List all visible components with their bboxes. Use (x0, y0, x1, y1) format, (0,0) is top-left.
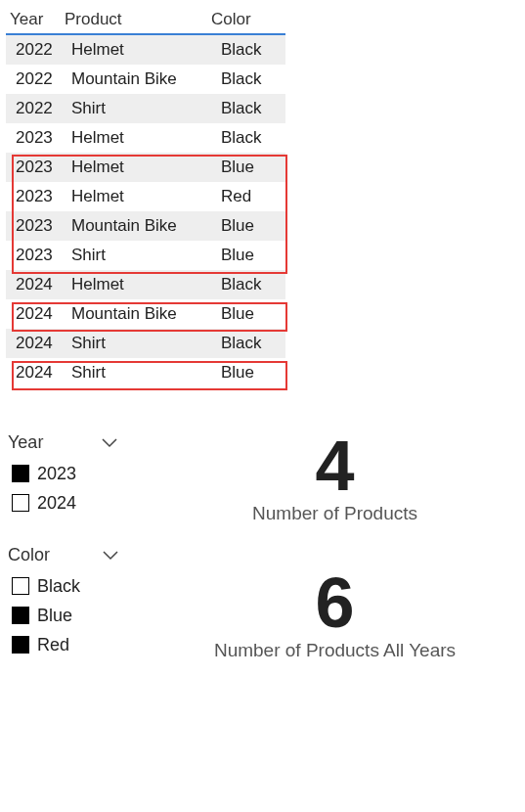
table-row[interactable]: 2023Mountain BikeBlue (6, 211, 285, 241)
table-row[interactable]: 2023ShirtBlue (6, 241, 285, 270)
card-number-of-products-all-years: 6 Number of Products All Years (214, 567, 456, 661)
cell-product: Shirt (71, 329, 221, 358)
cell-product: Helmet (71, 35, 221, 65)
table-row[interactable]: 2024ShirtBlack (6, 329, 285, 358)
card-label: Number of Products All Years (214, 640, 456, 661)
header-product[interactable]: Product (65, 6, 211, 33)
slicer-item-label: Blue (37, 606, 72, 626)
cell-product: Shirt (71, 358, 221, 387)
cell-color: Blue (221, 153, 280, 182)
cell-product: Helmet (71, 123, 221, 153)
table-row[interactable]: 2023HelmetBlack (6, 123, 285, 153)
cell-year: 2024 (16, 270, 71, 299)
cell-year: 2023 (16, 123, 71, 153)
cell-color: Black (221, 270, 280, 299)
chevron-down-icon[interactable] (102, 438, 117, 448)
cell-year: 2023 (16, 241, 71, 270)
data-table: Year Product Color 2022HelmetBlack2022Mo… (6, 6, 285, 387)
checkbox-icon[interactable] (12, 607, 29, 624)
slicer-item[interactable]: 2024 (12, 488, 164, 518)
cell-product: Helmet (71, 270, 221, 299)
cell-year: 2022 (16, 65, 71, 94)
slicer-color-items: BlackBlueRed (8, 571, 164, 659)
cell-color: Black (221, 329, 280, 358)
cell-color: Red (221, 182, 280, 211)
cell-year: 2023 (16, 211, 71, 241)
table-row[interactable]: 2024HelmetBlack (6, 270, 285, 299)
cell-year: 2023 (16, 153, 71, 182)
card-value: 4 (252, 430, 417, 501)
slicer-item[interactable]: 2023 (12, 459, 164, 488)
slicer-item-label: Red (37, 635, 69, 655)
slicer-item[interactable]: Blue (12, 601, 164, 630)
slicer-year-title[interactable]: Year (8, 432, 164, 453)
table-header-row: Year Product Color (6, 6, 285, 35)
cell-product: Shirt (71, 241, 221, 270)
cell-product: Mountain Bike (71, 211, 221, 241)
checkbox-icon[interactable] (12, 636, 29, 654)
slicer-item[interactable]: Red (12, 630, 164, 659)
cell-product: Mountain Bike (71, 299, 221, 329)
table-row[interactable]: 2022ShirtBlack (6, 94, 285, 123)
slicer-year-items: 20232024 (8, 459, 164, 518)
table-row[interactable]: 2023HelmetRed (6, 182, 285, 211)
header-year[interactable]: Year (10, 6, 65, 33)
table-row[interactable]: 2023HelmetBlue (6, 153, 285, 182)
cell-color: Blue (221, 358, 280, 387)
table-body: 2022HelmetBlack2022Mountain BikeBlack202… (6, 35, 285, 387)
cell-year: 2022 (16, 94, 71, 123)
cell-product: Shirt (71, 94, 221, 123)
cell-color: Blue (221, 299, 280, 329)
table-row[interactable]: 2022Mountain BikeBlack (6, 65, 285, 94)
cell-color: Blue (221, 211, 280, 241)
checkbox-icon[interactable] (12, 465, 29, 482)
table-row[interactable]: 2022HelmetBlack (6, 35, 285, 65)
card-number-of-products: 4 Number of Products (252, 430, 417, 524)
card-label: Number of Products (252, 503, 417, 524)
header-color[interactable]: Color (211, 6, 270, 33)
cell-year: 2024 (16, 329, 71, 358)
slicer-item-label: 2023 (37, 464, 76, 484)
card-value: 6 (214, 567, 456, 638)
cell-year: 2023 (16, 182, 71, 211)
cell-product: Helmet (71, 182, 221, 211)
slicer-item-label: Black (37, 576, 80, 597)
cell-color: Black (221, 65, 280, 94)
checkbox-icon[interactable] (12, 577, 29, 595)
cell-color: Black (221, 123, 280, 153)
cell-color: Black (221, 35, 280, 65)
cell-color: Blue (221, 241, 280, 270)
cell-product: Helmet (71, 153, 221, 182)
cell-year: 2024 (16, 358, 71, 387)
cell-year: 2022 (16, 35, 71, 65)
cell-color: Black (221, 94, 280, 123)
table-row[interactable]: 2024Mountain BikeBlue (6, 299, 285, 329)
slicer-item-label: 2024 (37, 493, 76, 514)
cell-product: Mountain Bike (71, 65, 221, 94)
slicer-color-label: Color (8, 545, 50, 565)
cell-year: 2024 (16, 299, 71, 329)
table-row[interactable]: 2024ShirtBlue (6, 358, 285, 387)
slicer-year-label: Year (8, 432, 43, 453)
chevron-down-icon[interactable] (103, 551, 118, 561)
checkbox-icon[interactable] (12, 494, 29, 512)
slicer-item[interactable]: Black (12, 571, 164, 601)
slicer-color-title[interactable]: Color (8, 545, 164, 565)
